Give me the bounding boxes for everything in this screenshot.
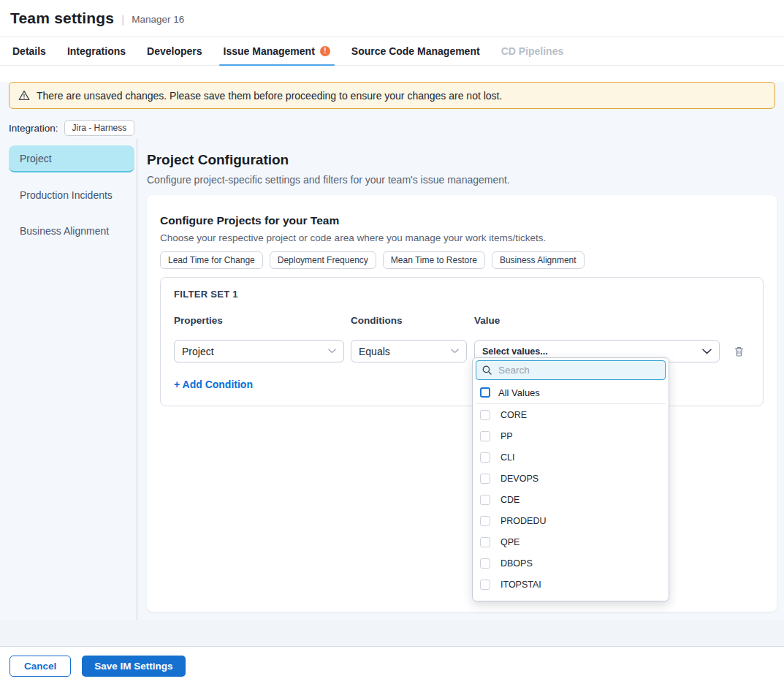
tab-label: Source Code Management (351, 45, 480, 57)
section-subtitle: Configure project-specific settings and … (147, 174, 777, 186)
value-option-checkbox[interactable] (480, 452, 490, 463)
integration-label: Integration: (9, 123, 58, 134)
integration-chip[interactable]: Jira - Harness (64, 120, 135, 136)
all-values-label: All Values (498, 387, 540, 398)
project-config-card: Configure Projects for your Team Choose … (147, 195, 777, 612)
value-column-label: Value (474, 315, 500, 326)
value-option-cde[interactable]: CDE (476, 489, 666, 510)
section-title: Project Configuration (147, 152, 777, 168)
team-settings-page: Team settings | Manager 16 Details Integ… (0, 0, 784, 695)
value-option-label: CORE (501, 410, 527, 420)
search-icon (482, 365, 492, 375)
value-option-core[interactable]: CORE (476, 404, 666, 425)
main-panel: Project Configuration Configure project-… (137, 139, 784, 620)
value-option-checkbox[interactable] (480, 474, 490, 484)
filter-set-title: FILTER SET 1 (174, 289, 756, 300)
value-select-placeholder: Select values... (482, 346, 548, 357)
footer-bar: Cancel Save IM Settings (0, 646, 784, 685)
sidebar-item-label: Project (20, 153, 52, 164)
tab-cd-pipelines: CD Pipelines (501, 37, 565, 65)
properties-select[interactable]: Project (174, 340, 344, 362)
tab-label: Details (12, 45, 46, 57)
all-values-checkbox[interactable] (480, 387, 490, 398)
value-search-input[interactable] (497, 364, 659, 376)
tab-bar: Details Integrations Developers Issue Ma… (0, 37, 784, 66)
page-subtitle: Manager 16 (132, 14, 184, 25)
metric-chip-business-alignment[interactable]: Business Alignment (492, 251, 585, 269)
value-option-prodedu[interactable]: PRODEDU (476, 510, 666, 531)
sidebar-item-project[interactable]: Project (9, 145, 134, 172)
save-im-settings-button[interactable]: Save IM Settings (82, 656, 185, 677)
tab-label: Integrations (67, 45, 126, 57)
conditions-column-label: Conditions (351, 315, 474, 326)
value-option-dbops[interactable]: DBOPS (476, 552, 666, 574)
filter-set-1: FILTER SET 1 Properties Conditions Value… (160, 277, 764, 406)
value-option-cli[interactable]: CLI (476, 447, 666, 468)
sidebar-item-business-alignment[interactable]: Business Alignment (9, 217, 134, 244)
value-option-label: QPE (501, 537, 520, 547)
conditions-select-value: Equals (359, 346, 390, 357)
tab-integrations[interactable]: Integrations (66, 37, 126, 65)
tab-label: CD Pipelines (501, 45, 564, 57)
integration-row: Integration: Jira - Harness (9, 120, 784, 136)
value-dropdown-panel: All Values CORE PP CLI DEVOPS CDE PRODED… (472, 357, 669, 601)
value-option-label: DEVOPS (501, 474, 538, 484)
metric-chip-lead-time-for-change[interactable]: Lead Time for Change (160, 251, 263, 269)
value-option-devops[interactable]: DEVOPS (476, 468, 666, 489)
footer-gradient-strip (0, 620, 784, 646)
page-header: Team settings | Manager 16 (0, 0, 784, 37)
value-options-list: CORE PP CLI DEVOPS CDE PRODEDU QPE DBOPS… (476, 404, 666, 601)
tab-details[interactable]: Details (12, 37, 47, 65)
chevron-down-icon (702, 349, 712, 354)
sidebar-item-label: Production Incidents (20, 189, 113, 201)
tab-issue-management[interactable]: Issue Management ! (223, 37, 331, 65)
trash-icon (734, 346, 745, 357)
tab-label: Developers (147, 45, 202, 57)
value-option-label: PP (501, 431, 513, 441)
value-option-pipe[interactable]: PIPE (476, 595, 666, 601)
value-option-label: CLI (501, 452, 514, 463)
sidebar-item-label: Business Alignment (20, 225, 109, 237)
value-option-checkbox[interactable] (480, 537, 490, 547)
alert-badge: ! (320, 46, 330, 56)
cancel-button[interactable]: Cancel (9, 656, 71, 677)
filter-column-labels: Properties Conditions Value (174, 315, 756, 326)
value-option-checkbox[interactable] (480, 410, 490, 420)
value-option-label: DBOPS (501, 558, 533, 569)
value-search-box[interactable] (476, 360, 666, 380)
sidebar: Project Production Incidents Business Al… (0, 139, 137, 620)
add-condition-button[interactable]: + Add Condition (174, 379, 253, 390)
value-option-label: CDE (501, 495, 520, 505)
chevron-down-icon (451, 349, 459, 354)
card-subtitle: Choose your respective project or code a… (160, 232, 764, 243)
value-option-checkbox[interactable] (480, 516, 490, 526)
delete-filter-button[interactable] (734, 346, 745, 357)
properties-column-label: Properties (174, 315, 351, 326)
page-title: Team settings (10, 10, 114, 27)
banner-text: There are unsaved changes. Please save t… (37, 90, 502, 102)
value-option-qpe[interactable]: QPE (476, 531, 666, 552)
value-option-itopstai[interactable]: ITOPSTAI (476, 574, 666, 595)
tab-label: Issue Management (224, 45, 315, 57)
title-separator: | (121, 13, 124, 26)
metric-chips: Lead Time for ChangeDeployment Frequency… (160, 251, 764, 269)
metric-chip-mean-time-to-restore[interactable]: Mean Time to Restore (383, 251, 485, 269)
value-option-checkbox[interactable] (480, 558, 490, 569)
value-option-checkbox[interactable] (480, 580, 490, 590)
card-title: Configure Projects for your Team (160, 214, 764, 227)
unsaved-changes-banner: There are unsaved changes. Please save t… (9, 82, 775, 109)
value-option-checkbox[interactable] (480, 431, 490, 441)
value-option-pp[interactable]: PP (476, 425, 666, 447)
sidebar-item-production-incidents[interactable]: Production Incidents (9, 181, 134, 208)
conditions-select[interactable]: Equals (351, 340, 467, 362)
tab-developers[interactable]: Developers (146, 37, 202, 65)
value-option-label: PRODEDU (501, 516, 547, 526)
tab-source-code-management[interactable]: Source Code Management (351, 37, 481, 65)
chevron-down-icon (328, 349, 336, 354)
value-option-checkbox[interactable] (480, 495, 490, 505)
value-option-label: PIPE (501, 601, 522, 602)
metric-chip-deployment-frequency[interactable]: Deployment Frequency (270, 251, 376, 269)
select-all-values-row[interactable]: All Values (476, 381, 666, 404)
value-option-checkbox[interactable] (480, 601, 490, 602)
properties-select-value: Project (182, 346, 214, 357)
